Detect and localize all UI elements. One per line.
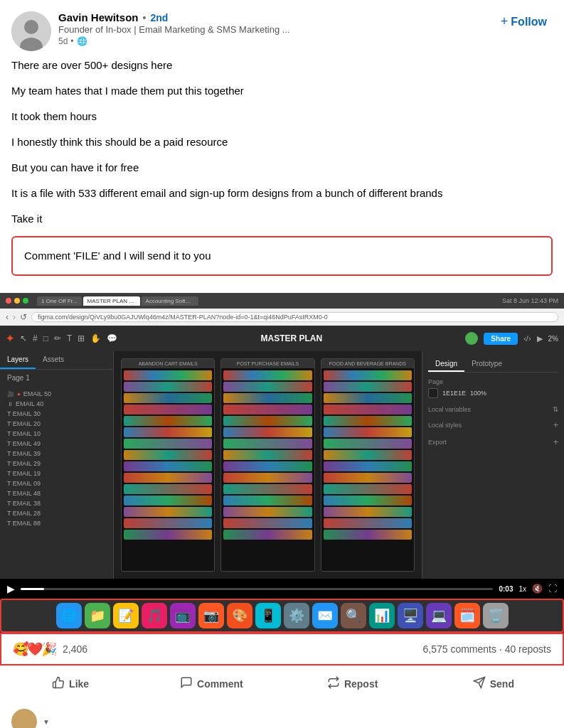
layer-item[interactable]: T EMAIL 30	[0, 409, 113, 419]
layer-item[interactable]: T EMAIL 10	[0, 429, 113, 439]
video-speed[interactable]: 1x	[518, 585, 526, 593]
phone-icon: 📱	[260, 608, 276, 623]
design-tab[interactable]: Design	[428, 357, 464, 372]
url-bar[interactable]: figma.com/design/QiVLy9bu0GAJUWlq46m4z/M…	[31, 312, 558, 322]
author-name[interactable]: Gavin Hewitson	[58, 11, 139, 23]
play-icon[interactable]: ▶	[537, 334, 543, 343]
layers-tab[interactable]: Layers	[0, 351, 36, 369]
reaction-emojis: 🥰 ❤️ 🎉	[13, 641, 55, 657]
sort-icon[interactable]: ⇅	[553, 405, 558, 413]
code-icon[interactable]: ‹/›	[523, 334, 531, 343]
like-button[interactable]: Like	[0, 669, 141, 699]
video-progress-fill	[21, 588, 44, 590]
dock-icon-notes[interactable]: 📝	[113, 603, 139, 628]
frame-tool-icon[interactable]: #	[33, 333, 38, 343]
dock-icon-calendar[interactable]: 🗓️	[454, 603, 480, 628]
comment-tool-icon[interactable]: 💬	[107, 333, 117, 343]
figma-canvas[interactable]: ABANDON CART EMAILS	[114, 351, 422, 579]
email-column-1: ABANDON CART EMAILS	[121, 358, 215, 572]
dock-icon-files[interactable]: 📁	[85, 603, 110, 628]
browser-tab-1[interactable]: 1 One Off Fr...	[37, 296, 82, 306]
dock-icon-laptop[interactable]: 💻	[426, 603, 452, 628]
fullscreen-icon[interactable]: ⛶	[548, 584, 557, 594]
email-item	[124, 484, 212, 494]
avatar[interactable]	[11, 11, 51, 51]
layer-icon: ⏸	[7, 401, 13, 407]
email-item	[223, 484, 312, 494]
component-icon[interactable]: ⊞	[78, 333, 85, 343]
email-item	[124, 405, 212, 414]
dock-icon-trash[interactable]: 🗑️	[483, 603, 509, 628]
dock-icon-stats[interactable]: 📊	[369, 603, 395, 628]
dock-icon-settings[interactable]: ⚙️	[284, 603, 309, 628]
shape-tool-icon[interactable]: □	[43, 333, 48, 343]
browser-tab-2[interactable]: MASTER PLAN - ...	[83, 296, 140, 306]
layer-item[interactable]: T EMAIL 20	[0, 419, 113, 429]
layer-item[interactable]: T EMAIL 09	[0, 478, 113, 488]
music-icon: 🎵	[147, 608, 162, 623]
dock-icon-design[interactable]: 🎨	[227, 603, 252, 628]
media-container[interactable]: 1 One Off Fr... MASTER PLAN - ... Accoun…	[0, 293, 564, 633]
browser-tab-3[interactable]: Accounting Softw...	[142, 296, 198, 306]
post-line-6: It is a file with 533 different email an…	[11, 185, 553, 202]
layer-item[interactable]: T EMAIL 38	[0, 498, 113, 508]
reactions-bar: 🥰 ❤️ 🎉 2,406 6,575 comments · 40 reposts	[0, 633, 564, 665]
follow-label: Follow	[511, 16, 547, 28]
layer-item[interactable]: 🎥 ● EMAIL 50	[0, 389, 113, 399]
share-button[interactable]: Share	[484, 333, 518, 345]
post-header: Gavin Hewitson • 2nd Founder of In-box |…	[0, 0, 564, 57]
send-button[interactable]: Send	[423, 669, 564, 699]
comment-icon	[180, 676, 193, 692]
color-swatch[interactable]	[428, 388, 438, 398]
text-tool-icon[interactable]: T	[67, 333, 72, 343]
dock-icon-search[interactable]: 🔍	[341, 603, 366, 628]
layer-item[interactable]: T EMAIL 49	[0, 439, 113, 449]
dock-icon-finder[interactable]: 🌐	[56, 603, 82, 628]
pen-tool-icon[interactable]: ✏	[54, 333, 61, 343]
prototype-tab[interactable]: Prototype	[464, 357, 509, 372]
reload-icon[interactable]: ↺	[20, 312, 27, 322]
emoji-heart: ❤️	[27, 641, 43, 657]
layer-item[interactable]: T EMAIL 29	[0, 459, 113, 469]
email-item	[223, 496, 312, 505]
video-progress-bar[interactable]	[21, 588, 493, 590]
reposts-count[interactable]: 40 reposts	[505, 643, 551, 655]
reaction-count[interactable]: 2,406	[63, 643, 87, 655]
dock-icon-video[interactable]: 📺	[170, 603, 196, 628]
repost-button[interactable]: Repost	[282, 669, 423, 699]
email-item	[223, 450, 312, 460]
dock-icon-phone[interactable]: 📱	[255, 603, 281, 628]
assets-tab[interactable]: Assets	[36, 351, 71, 369]
mute-icon[interactable]: 🔇	[532, 584, 543, 594]
browser-time: Sat 8 Jun 12:43 PM	[502, 297, 558, 304]
email-item	[124, 393, 212, 403]
layer-item[interactable]: T EMAIL 28	[0, 508, 113, 518]
hand-tool-icon[interactable]: ✋	[90, 333, 101, 343]
add-icon[interactable]: +	[553, 420, 558, 430]
follow-button[interactable]: + Follow	[495, 11, 553, 32]
play-button[interactable]: ▶	[7, 583, 15, 594]
search-icon: 🔍	[346, 608, 361, 623]
forward-icon[interactable]: ›	[13, 312, 16, 322]
comments-count[interactable]: 6,575 comments	[422, 643, 496, 655]
mail-icon: ✉️	[317, 608, 333, 623]
dock-icon-monitor[interactable]: 🖥️	[398, 603, 423, 628]
dock-icon-mail[interactable]: ✉️	[312, 603, 338, 628]
author-meta: 5d • 🌐	[58, 36, 488, 46]
move-tool-icon[interactable]: ↖	[20, 333, 27, 343]
dock-icon-camera[interactable]: 📷	[198, 603, 224, 628]
email-item	[223, 518, 312, 528]
back-icon[interactable]: ‹	[6, 312, 9, 322]
bottom-user-avatar[interactable]	[11, 709, 37, 728]
layer-item[interactable]: ⏸ EMAIL 40	[0, 399, 113, 409]
layer-item[interactable]: T EMAIL 88	[0, 518, 113, 528]
layer-item[interactable]: T EMAIL 19	[0, 469, 113, 478]
email-item	[124, 473, 212, 483]
layer-item[interactable]: T EMAIL 39	[0, 449, 113, 459]
comment-button[interactable]: Comment	[141, 669, 282, 699]
files-icon: 📁	[90, 608, 105, 623]
layer-item[interactable]: T EMAIL 48	[0, 488, 113, 498]
dock-icon-music[interactable]: 🎵	[142, 603, 167, 628]
export-add-icon[interactable]: +	[553, 437, 558, 447]
figma-left-panel: Layers Assets Page 1 🎥 ● EMAIL 50 ⏸ EMAI…	[0, 351, 114, 579]
